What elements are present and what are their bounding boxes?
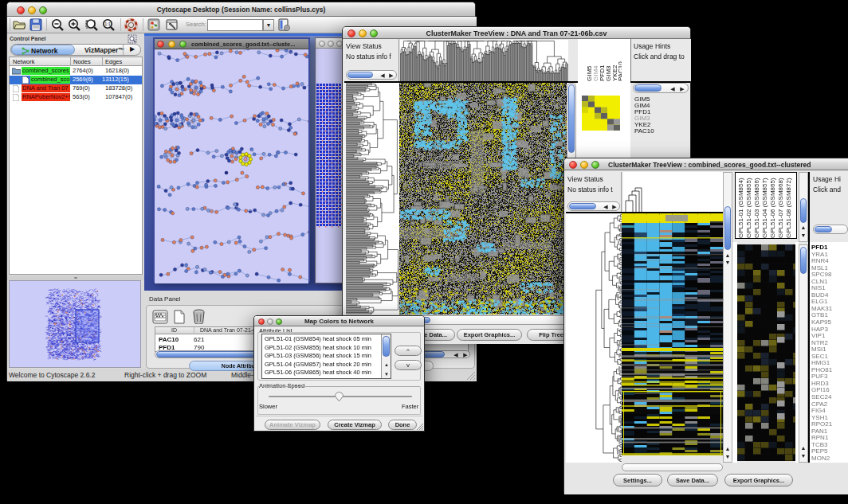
svg-text:GPL51-06 (GSM865): GPL51-06 (GSM865): [769, 178, 776, 238]
svg-text:GPL51-03 (GSM856): GPL51-03 (GSM856): [753, 178, 760, 238]
svg-text:GPL51-07 (GSM868): GPL51-07 (GSM868): [777, 178, 784, 238]
svg-text:GPL51-04 (GSM857): GPL51-04 (GSM857): [761, 178, 768, 238]
svg-text:GPL51-02 (GSM855): GPL51-02 (GSM855): [745, 178, 752, 238]
svg-text:PAC10: PAC10: [617, 61, 622, 81]
svg-text:GPL51-08 (GSM872): GPL51-08 (GSM872): [785, 178, 792, 238]
svg-text:GPL51-01 (GSM854): GPL51-01 (GSM854): [737, 178, 744, 238]
svg-text:1:1: 1:1: [104, 21, 111, 26]
